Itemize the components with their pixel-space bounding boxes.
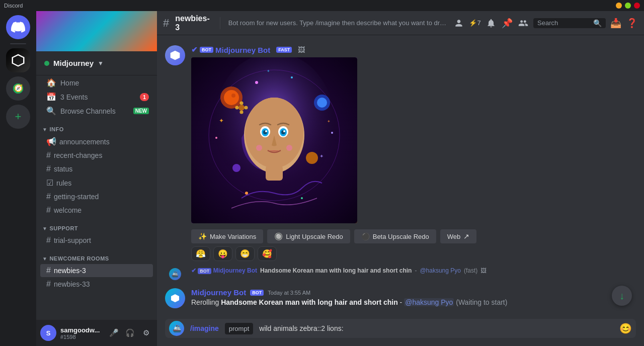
light-upscale-redo-button[interactable]: 🔘 Light Upscale Redo (267, 229, 350, 243)
channel-header: # newbies-3 Bot room for new users. Type… (157, 11, 644, 35)
svg-point-33 (235, 106, 238, 109)
reroll-timestamp: Today at 3:55 AM (268, 290, 310, 296)
server-members-icon[interactable] (453, 17, 465, 29)
reroll-mention: @haksung Pyo (404, 298, 454, 306)
scroll-to-bottom-button[interactable]: ↓ (612, 286, 632, 306)
scroll-down-icon: ↓ (619, 290, 624, 302)
maximize-button[interactable]: □ (625, 3, 631, 9)
sidebar-item-browse[interactable]: 🔍 Browse Channels NEW (40, 104, 153, 118)
channel-trial-support[interactable]: # trial-support (40, 234, 153, 247)
section-newcomer-arrow[interactable]: ▼ (42, 256, 47, 262)
channel-rules[interactable]: ☑ rules (40, 176, 153, 190)
web-label: Web (447, 233, 461, 240)
section-info-label: INFO (49, 126, 63, 132)
channel-name: status (54, 165, 72, 173)
section-info-arrow[interactable]: ▼ (42, 127, 47, 132)
variations-icon: ✨ (198, 232, 207, 240)
hash-icon: # (46, 164, 51, 174)
svg-point-28 (283, 130, 285, 132)
channel-welcome[interactable]: # welcome (40, 204, 153, 217)
beta-upscale-redo-button[interactable]: ⚫ Beta Upscale Redo (354, 229, 436, 243)
image-container: ✦ ✦ ✦ ✦ (191, 57, 357, 223)
sidebar-user-panel: S samgoodw... #1598 🎤 🎧 ⚙ (36, 320, 157, 346)
notification-icon[interactable] (485, 17, 497, 29)
browse-new-badge: NEW (133, 108, 149, 114)
image-preview-icon[interactable]: 🖼 (298, 46, 305, 54)
svg-text:✦: ✦ (319, 153, 324, 159)
web-button[interactable]: Web ↗ (440, 229, 477, 243)
channel-status[interactable]: # status (40, 162, 153, 176)
emoji-picker-button[interactable]: 😊 (619, 322, 632, 334)
add-server-button[interactable]: + (6, 105, 30, 129)
inbox-icon[interactable]: 📥 (610, 17, 622, 29)
make-variations-button[interactable]: ✨ Make Variations (191, 229, 263, 243)
titlebar: Discord − □ × (0, 0, 644, 11)
beta-upscale-label: Beta Upscale Redo (373, 233, 429, 240)
reaction-tongue[interactable]: 😛 (213, 246, 232, 261)
sidebar-item-home[interactable]: 🏠 Home (40, 76, 153, 90)
explore-server-icon[interactable]: 🧭 (6, 76, 30, 101)
section-newcomer: ▼ NEWCOMER ROOMS (36, 247, 157, 264)
message-header-1: ✔ BOT Midjourney Bot fast 🖼 (191, 45, 636, 54)
reaction-angry[interactable]: 😤 (191, 246, 210, 261)
server-rail: 🧭 + (0, 11, 36, 346)
hash-icon: # (46, 266, 51, 275)
svg-rect-20 (266, 165, 283, 181)
header-actions: ⚡7 📌 Search 🔍 📥 ❓ (453, 17, 638, 29)
reaction-smile[interactable]: 😁 (235, 246, 255, 261)
messages-area: ✔ BOT Midjourney Bot fast 🖼 (157, 35, 644, 315)
username: samgoodw... (60, 326, 103, 334)
svg-point-31 (238, 105, 245, 111)
channel-newbies-33[interactable]: # newbies-33 (40, 278, 153, 291)
hash-icon: # (46, 236, 51, 245)
user-info: samgoodw... #1598 (60, 326, 103, 340)
channel-name: newbies-33 (54, 280, 90, 288)
action-buttons: ✨ Make Variations 🔘 Light Upscale Redo ⚫… (191, 229, 636, 243)
context-author: ✔ BOT Midjourney Bot (191, 267, 257, 274)
channel-name: rules (56, 179, 71, 187)
midjourney-server-icon[interactable] (6, 48, 30, 72)
fast-badge: fast (276, 47, 292, 53)
channel-name: recent-changes (54, 151, 103, 159)
settings-button[interactable]: ⚙ (139, 326, 153, 340)
hash-icon: # (46, 151, 51, 160)
header-divider (220, 17, 220, 29)
reroll-author[interactable]: Midjourney Bot (191, 288, 246, 297)
sidebar-content: 🏠 Home 📅 3 Events 1 🔍 Browse Channels NE… (36, 75, 157, 320)
beta-upscale-icon: ⚫ (361, 232, 370, 240)
bot-avatar-reroll (165, 288, 185, 308)
members-list-icon[interactable] (517, 17, 529, 29)
svg-text:✦: ✦ (327, 119, 331, 124)
message-group-reroll: Midjourney Bot BOT Today at 3:55 AM Rero… (165, 286, 636, 310)
sidebar-header[interactable]: Midjourney ▼ (36, 51, 157, 75)
channel-announcements[interactable]: 📢 announcements (40, 135, 153, 148)
minimize-button[interactable]: − (616, 3, 622, 9)
help-icon[interactable]: ❓ (626, 17, 638, 29)
close-button[interactable]: × (634, 3, 640, 9)
reaction-love[interactable]: 🥰 (258, 246, 277, 261)
sidebar-item-events[interactable]: 📅 3 Events 1 (40, 90, 153, 104)
member-count: ⚡7 (469, 17, 481, 29)
channel-hash-icon: # (163, 17, 169, 30)
svg-point-29 (256, 145, 262, 151)
discord-home-icon[interactable] (6, 15, 30, 39)
svg-point-12 (255, 81, 258, 84)
channel-recent-changes[interactable]: # recent-changes (40, 149, 153, 162)
section-support-arrow[interactable]: ▼ (42, 226, 47, 231)
search-bar[interactable]: Search 🔍 (533, 18, 606, 28)
browse-icon: 🔍 (46, 106, 56, 116)
channel-newbies-3[interactable]: # newbies-3 👤+ (40, 264, 153, 277)
channel-getting-started[interactable]: # getting-started (40, 190, 153, 203)
main-wrapper: # newbies-3 Bot room for new users. Type… (157, 11, 644, 346)
message-input[interactable] (257, 321, 615, 335)
pinned-icon[interactable]: 📌 (501, 17, 513, 29)
channel-name: newbies-3 (54, 267, 86, 275)
message-author-1[interactable]: ✔ BOT Midjourney Bot (191, 45, 270, 54)
section-info: ▼ INFO (36, 118, 157, 134)
channel-description: Bot room for new users. Type /imagine th… (228, 19, 447, 27)
mute-button[interactable]: 🎤 (107, 326, 121, 340)
light-upscale-icon: 🔘 (274, 232, 283, 240)
tongue-emoji: 😛 (218, 249, 228, 258)
deafen-button[interactable]: 🎧 (123, 326, 137, 340)
svg-point-15 (215, 137, 217, 139)
